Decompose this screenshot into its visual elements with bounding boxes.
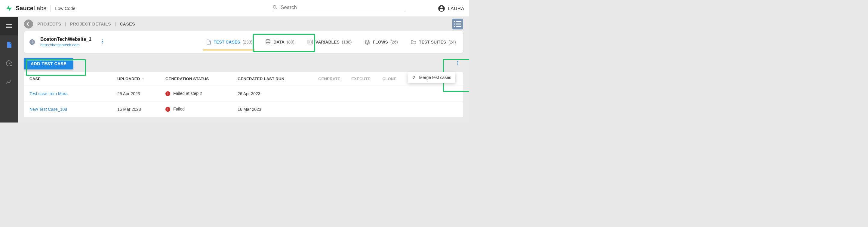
analytics-icon bbox=[5, 78, 12, 85]
error-icon: ! bbox=[165, 91, 170, 96]
case-status: !Failed at step 2 bbox=[165, 91, 238, 96]
test-cases-table: CASE UPLOADED GENERATION STATUS GENERATE… bbox=[24, 72, 463, 117]
layers-icon bbox=[364, 39, 370, 45]
case-last-run: 16 Mar 2023 bbox=[238, 107, 313, 112]
col-generation-status[interactable]: GENERATION STATUS bbox=[165, 77, 238, 81]
clock-plus-icon bbox=[5, 60, 12, 67]
svg-point-6 bbox=[266, 40, 270, 41]
case-status: !Failed bbox=[165, 107, 238, 112]
breadcrumb: PROJECTS | PROJECT DETAILS | CASES bbox=[37, 22, 135, 27]
svg-point-5 bbox=[102, 43, 103, 43]
left-sidebar bbox=[0, 17, 18, 122]
sidebar-item-schedule[interactable] bbox=[0, 54, 18, 73]
brand-logo[interactable]: SauceLabs bbox=[5, 4, 46, 13]
col-clone: CLONE bbox=[376, 77, 403, 81]
svg-point-8 bbox=[457, 61, 458, 62]
col-case[interactable]: CASE bbox=[24, 77, 117, 81]
back-button[interactable] bbox=[24, 20, 33, 29]
merge-label: Merge test cases bbox=[419, 75, 451, 80]
add-test-case-button[interactable]: ADD TEST CASE bbox=[24, 58, 73, 69]
product-name: Low Code bbox=[55, 6, 75, 11]
document-icon bbox=[5, 41, 12, 48]
user-menu[interactable]: LAURA bbox=[438, 4, 464, 12]
hamburger-icon bbox=[5, 23, 12, 30]
search-input[interactable] bbox=[281, 4, 405, 10]
svg-point-3 bbox=[102, 39, 103, 40]
col-generate: GENERATE bbox=[313, 77, 346, 81]
col-execute: EXECUTE bbox=[346, 77, 376, 81]
case-uploaded: 26 Apr 2023 bbox=[117, 91, 165, 96]
folder-icon bbox=[410, 39, 416, 45]
sidebar-item-reports[interactable] bbox=[0, 73, 18, 91]
more-vert-icon bbox=[455, 60, 461, 66]
error-icon: ! bbox=[165, 107, 170, 112]
case-uploaded: 16 Mar 2023 bbox=[117, 107, 165, 112]
project-menu-button[interactable] bbox=[100, 39, 105, 45]
svg-point-4 bbox=[102, 41, 103, 42]
table-row[interactable]: New Test Case_108 16 Mar 2023 !Failed 16… bbox=[24, 102, 463, 117]
crumb-projects[interactable]: PROJECTS bbox=[37, 22, 61, 27]
search-icon bbox=[272, 4, 278, 10]
case-name-link[interactable]: New Test Case_108 bbox=[24, 107, 117, 112]
sidebar-toggle[interactable] bbox=[0, 17, 18, 35]
project-url[interactable]: https://bostontech.com bbox=[40, 43, 80, 47]
project-title-block: BostonTechWebsite_1 https://bostontech.c… bbox=[40, 37, 91, 47]
arrow-left-icon bbox=[26, 21, 31, 27]
col-uploaded-label: UPLOADED bbox=[117, 77, 140, 81]
project-tabs: TEST CASES (233) DATA (80) VARIABLES (18… bbox=[203, 31, 458, 53]
top-header: SauceLabs Low Code LAURA bbox=[0, 0, 469, 17]
file-icon bbox=[206, 39, 211, 45]
table-header: CASE UPLOADED GENERATION STATUS GENERATE… bbox=[24, 72, 463, 86]
sort-desc-icon bbox=[141, 77, 145, 81]
col-uploaded[interactable]: UPLOADED bbox=[117, 77, 165, 81]
svg-point-10 bbox=[457, 64, 458, 65]
tab-test-cases-count: (233) bbox=[242, 40, 252, 44]
col-generated-last-run[interactable]: GENERATED LAST RUN bbox=[238, 77, 313, 81]
more-actions-menu[interactable]: Merge test cases bbox=[407, 72, 455, 83]
case-name-link[interactable]: Test case from Mara bbox=[24, 91, 117, 96]
view-list-button[interactable] bbox=[452, 18, 463, 30]
brand-text: SauceLabs bbox=[16, 5, 46, 12]
more-actions-button[interactable] bbox=[452, 58, 463, 70]
tab-flows-label: FLOWS bbox=[373, 40, 388, 44]
tab-variables-count: (188) bbox=[342, 40, 352, 44]
info-icon[interactable] bbox=[29, 39, 35, 45]
saucelabs-logo-icon bbox=[5, 4, 13, 13]
svg-point-9 bbox=[457, 63, 458, 63]
project-header-card: BostonTechWebsite_1 https://bostontech.c… bbox=[24, 31, 463, 53]
list-icon bbox=[452, 18, 463, 30]
user-avatar-icon bbox=[438, 4, 445, 12]
search-field[interactable] bbox=[272, 4, 405, 12]
header-divider bbox=[51, 5, 51, 12]
tab-variables-label: VARIABLES bbox=[315, 40, 340, 44]
sidebar-item-projects[interactable] bbox=[0, 35, 18, 54]
svg-rect-1 bbox=[32, 41, 32, 43]
database-icon bbox=[265, 39, 271, 45]
more-vert-icon bbox=[100, 39, 105, 44]
tab-variables[interactable]: VARIABLES (188) bbox=[305, 31, 354, 53]
tab-test-suites[interactable]: TEST SUITES (24) bbox=[408, 31, 458, 53]
crumb-project-details[interactable]: PROJECT DETAILS bbox=[70, 22, 111, 27]
tab-suites-label: TEST SUITES bbox=[419, 40, 446, 44]
tab-flows-count: (26) bbox=[391, 40, 398, 44]
action-row: ADD TEST CASE Merge test cases bbox=[24, 58, 463, 70]
svg-rect-2 bbox=[32, 41, 32, 41]
table-row[interactable]: Test case from Mara 26 Apr 2023 !Failed … bbox=[24, 86, 463, 102]
tab-data[interactable]: DATA (80) bbox=[262, 31, 297, 53]
merge-icon bbox=[412, 75, 416, 80]
tab-flows[interactable]: FLOWS (26) bbox=[362, 31, 400, 53]
project-name: BostonTechWebsite_1 bbox=[40, 37, 91, 42]
tab-data-label: DATA bbox=[273, 40, 284, 44]
tab-test-cases[interactable]: TEST CASES (233) bbox=[203, 31, 255, 53]
main-content: PROJECTS | PROJECT DETAILS | CASES Bosto… bbox=[18, 17, 469, 122]
code-icon bbox=[307, 39, 313, 45]
tab-suites-count: (24) bbox=[448, 40, 456, 44]
breadcrumb-row: PROJECTS | PROJECT DETAILS | CASES bbox=[18, 17, 469, 31]
case-last-run: 26 Apr 2023 bbox=[238, 91, 313, 96]
tab-data-count: (80) bbox=[287, 40, 294, 44]
user-name: LAURA bbox=[448, 6, 464, 11]
tab-test-cases-label: TEST CASES bbox=[214, 40, 240, 44]
crumb-current: CASES bbox=[120, 22, 135, 27]
